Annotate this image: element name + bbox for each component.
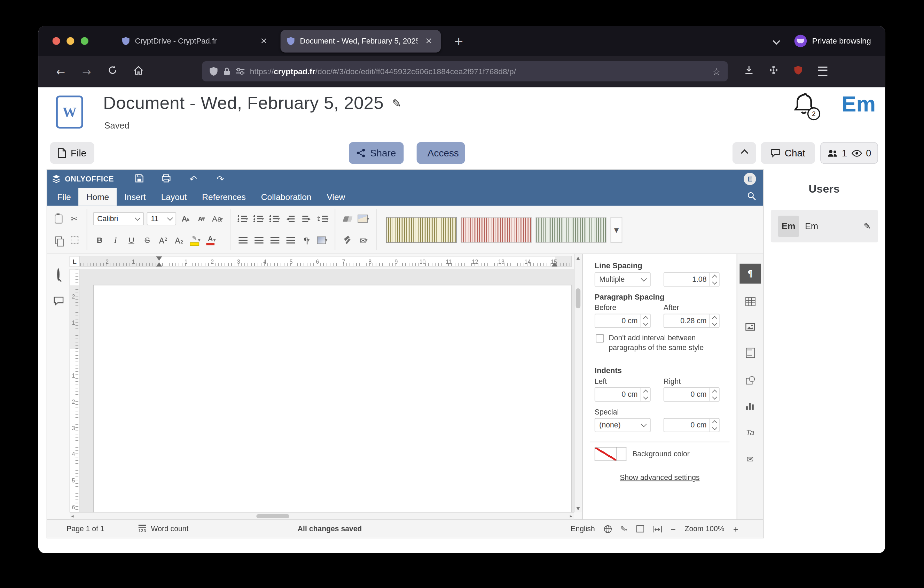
image-settings-icon[interactable] [739, 317, 761, 337]
connection-lock-icon[interactable] [223, 67, 230, 76]
language-globe-icon[interactable] [604, 525, 611, 533]
reload-button[interactable] [106, 65, 120, 78]
extensions-icon[interactable] [769, 66, 779, 77]
style-preview-heading[interactable] [536, 217, 607, 243]
horizontal-scroll-thumb[interactable] [256, 514, 289, 518]
justify-icon[interactable] [284, 233, 297, 248]
undo-icon[interactable]: ↶ [187, 173, 199, 184]
participants-indicator[interactable]: 1 0 [820, 142, 878, 164]
line-spacing-icon[interactable]: ↕▾ [316, 212, 329, 226]
access-button[interactable]: Access [417, 142, 465, 164]
url-text[interactable]: https://cryptpad.fr/doc/#/3/doc/edit/ff0… [250, 67, 707, 76]
redo-icon[interactable]: ↷ [214, 173, 226, 184]
font-color-icon[interactable]: A▾ [205, 233, 217, 248]
save-icon[interactable] [133, 173, 145, 184]
table-settings-icon[interactable] [739, 291, 761, 311]
document-canvas[interactable] [80, 269, 574, 512]
align-right-icon[interactable] [268, 233, 281, 248]
shading-icon[interactable]: ▾ [316, 233, 329, 248]
background-color-dropdown-icon[interactable] [616, 447, 626, 461]
subscript-icon[interactable]: A₂ [173, 233, 186, 248]
oo-menu-insert[interactable]: Insert [117, 188, 153, 206]
align-center-icon[interactable] [252, 233, 265, 248]
oo-menu-collaboration[interactable]: Collaboration [254, 188, 319, 206]
close-window-button[interactable] [53, 37, 60, 45]
spin-up-icon[interactable] [710, 273, 719, 280]
underline-icon[interactable]: U [125, 233, 138, 248]
scroll-right-icon[interactable]: ▸ [570, 513, 573, 520]
spin-down-icon[interactable] [710, 425, 719, 431]
indent-right-input[interactable]: 0 cm [663, 387, 719, 401]
document-page[interactable] [93, 285, 571, 512]
spin-down-icon[interactable] [710, 321, 719, 327]
spellcheck-icon[interactable]: ✎▾ [620, 525, 627, 533]
v-ruler[interactable]: 21123456 [69, 269, 80, 512]
tab-document[interactable]: Document - Wed, February 5, 2025 × [280, 30, 441, 52]
edit-title-pencil-icon[interactable]: ✎ [392, 97, 401, 110]
spin-up-icon[interactable] [710, 314, 719, 321]
clear-style-icon[interactable] [341, 212, 354, 226]
language-selector[interactable]: English [571, 525, 595, 533]
style-preview-no-spacing[interactable] [461, 217, 531, 243]
spin-up-icon[interactable] [710, 388, 719, 395]
decrease-font-icon[interactable]: A▼ [195, 212, 208, 226]
oo-menu-file[interactable]: File [50, 188, 79, 206]
page-indicator[interactable]: Page 1 of 1 [66, 525, 104, 533]
spin-up-icon[interactable] [641, 314, 650, 321]
line-spacing-select[interactable]: Multiple [595, 273, 651, 287]
edit-name-pencil-icon[interactable]: ✎ [863, 221, 871, 231]
left-indent-marker[interactable] [156, 259, 162, 266]
spin-down-icon[interactable] [641, 394, 650, 401]
special-select[interactable]: (none) [595, 418, 651, 432]
style-preview-normal[interactable] [386, 217, 457, 243]
chart-settings-icon[interactable] [739, 396, 761, 416]
vertical-scrollbar[interactable]: ▲ ▼ [574, 254, 582, 512]
bookmark-star-icon[interactable]: ☆ [712, 66, 721, 77]
word-count-button[interactable]: 123 Word count [139, 525, 189, 533]
adblock-icon[interactable] [794, 66, 802, 77]
copy-icon[interactable] [52, 233, 65, 248]
scroll-up-icon[interactable]: ▲ [574, 255, 581, 261]
spacing-after-input[interactable]: 0.28 cm [663, 314, 719, 328]
zoom-out-button[interactable]: − [670, 524, 676, 534]
numbered-list-icon[interactable]: ▾ [252, 212, 265, 226]
font-name-select[interactable]: Calibri [93, 213, 144, 225]
comments-icon[interactable] [53, 296, 63, 307]
advanced-settings-link[interactable]: Show advanced settings [583, 473, 737, 482]
special-value-input[interactable]: 0 cm [663, 418, 719, 432]
collapse-toolbar-button[interactable] [733, 142, 756, 164]
strikethrough-icon[interactable]: S [141, 233, 154, 248]
collaborator-avatar[interactable]: E [744, 173, 756, 185]
select-all-icon[interactable] [68, 233, 81, 248]
superscript-icon[interactable]: A² [157, 233, 170, 248]
zoom-in-button[interactable]: + [733, 524, 738, 534]
background-color-swatch[interactable] [595, 447, 617, 461]
oo-menu-home[interactable]: Home [79, 188, 117, 206]
change-case-icon[interactable]: Aa▾ [211, 212, 224, 226]
bullet-list-icon[interactable]: ▾ [236, 212, 249, 226]
styles-gallery-expand-icon[interactable]: ▾ [610, 217, 622, 243]
horizontal-scrollbar[interactable]: ◂ ▸ [69, 512, 574, 519]
user-list-item[interactable]: Em Em ✎ [771, 210, 878, 243]
tab-stop-selector[interactable]: L [69, 256, 80, 267]
italic-icon[interactable]: I [109, 233, 122, 248]
increase-indent-icon[interactable]: ▸ [300, 212, 313, 226]
multilevel-list-icon[interactable]: ▾ [268, 212, 281, 226]
document-title[interactable]: Document - Wed, February 5, 2025 [103, 93, 384, 113]
highlight-color-icon[interactable]: ✎▾ [189, 233, 201, 248]
header-footer-settings-icon[interactable] [739, 342, 761, 363]
fit-width-icon[interactable]: ↔ [653, 525, 662, 533]
line-spacing-value-input[interactable]: 1.08 [663, 273, 719, 287]
oo-menu-references[interactable]: References [194, 188, 254, 206]
chat-button[interactable]: Chat [761, 142, 815, 164]
increase-font-icon[interactable]: A▲ [179, 212, 192, 226]
spin-down-icon[interactable] [710, 279, 719, 286]
share-button[interactable]: Share [349, 142, 404, 164]
tab-cryptdrive[interactable]: CryptDrive - CryptPad.fr × [116, 30, 276, 52]
tab-close-icon[interactable]: × [257, 36, 270, 47]
home-button[interactable] [131, 65, 145, 78]
search-icon[interactable] [747, 192, 756, 203]
list-tabs-icon[interactable] [773, 37, 780, 45]
find-icon[interactable] [57, 269, 59, 280]
oo-menu-view[interactable]: View [319, 188, 353, 206]
